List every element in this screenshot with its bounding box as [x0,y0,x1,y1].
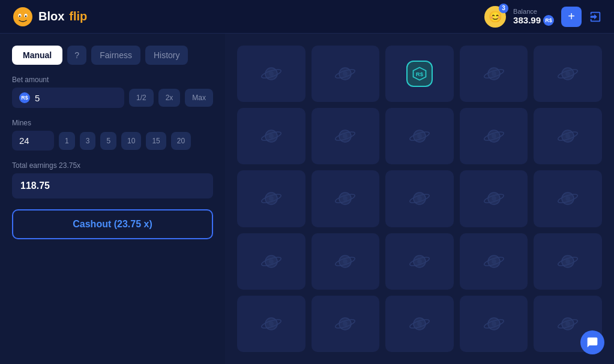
unrevealed-icon [333,124,358,149]
unrevealed-icon [259,186,284,211]
grid-cell[interactable] [534,108,602,164]
grid-cell[interactable] [385,296,454,352]
grid-cell[interactable] [312,46,380,102]
tab-history[interactable]: History [145,46,188,65]
cashout-button[interactable]: Cashout (23.75 x) [12,209,213,239]
svg-point-66 [269,321,274,326]
grid-cell[interactable] [385,233,454,290]
bet-max-button[interactable]: Max [185,89,213,107]
svg-point-15 [492,71,496,76]
svg-point-72 [417,321,422,326]
balance-block: Balance 383.99 R$ [513,8,554,26]
svg-point-51 [269,259,274,264]
unrevealed-icon [407,186,432,211]
svg-point-10 [343,71,348,76]
game-area: R$ [225,34,614,364]
logo-flip-text: flip [69,10,87,23]
bet-half-button[interactable]: 1/2 [129,89,154,107]
earnings-value: 118.75 [12,173,213,198]
grid-cell[interactable] [534,233,602,290]
unrevealed-icon [259,311,284,336]
grid-cell[interactable] [312,108,380,164]
svg-point-21 [269,134,274,139]
unrevealed-icon [259,124,284,149]
login-button[interactable] [589,10,602,23]
grid-cell[interactable] [312,233,380,290]
svg-point-0 [13,7,32,26]
mines-preset-15[interactable]: 15 [146,132,166,150]
unrevealed-icon [481,186,507,211]
svg-point-39 [343,196,348,201]
grid-cell[interactable] [312,170,380,227]
grid-cell[interactable] [237,108,305,164]
svg-point-30 [492,134,496,139]
grid-cell[interactable] [385,170,454,227]
unrevealed-icon [481,311,507,336]
unrevealed-icon [481,61,507,86]
tab-help[interactable]: ? [67,46,86,65]
unrevealed-icon [555,186,580,211]
grid-cell[interactable] [237,46,305,102]
bet-input-row: R$ 1/2 2x Max [12,88,213,108]
unrevealed-icon [333,311,358,336]
svg-point-48 [565,196,570,201]
unrevealed-icon [259,249,284,274]
svg-point-7 [269,71,274,76]
bet-input-wrap: R$ [12,88,124,108]
grid-cell[interactable] [534,170,602,227]
grid-cell[interactable] [460,46,528,102]
grid-cell[interactable] [460,296,528,352]
svg-point-45 [492,196,496,201]
grid-cell[interactable] [460,108,528,164]
balance-rs-badge: R$ [543,15,554,26]
mines-preset-20[interactable]: 20 [171,132,191,150]
grid-cell[interactable] [237,233,305,290]
chat-icon [586,336,598,348]
tab-bar: Manual ? Fairness History [12,46,213,65]
grid-cell[interactable] [237,170,305,227]
svg-point-54 [343,259,348,264]
chat-button[interactable] [580,330,604,354]
unrevealed-icon [555,124,580,149]
grid-cell[interactable] [460,233,528,290]
unrevealed-icon [333,249,358,274]
logo-blox-text: Blox [38,10,64,23]
add-balance-button[interactable]: + [561,7,582,27]
bet-section: Bet amount R$ 1/2 2x Max [12,76,213,108]
logo: Bloxflip [12,6,87,28]
gem-icon: R$ [406,61,433,87]
balance-amount: 383.99 R$ [513,15,554,26]
unrevealed-icon [481,249,507,274]
bet-double-button[interactable]: 2x [158,89,181,107]
svg-point-3 [19,15,20,17]
mines-section: Mines 1 3 5 10 15 20 [12,119,213,151]
grid-cell[interactable] [312,296,380,352]
bet-section-label: Bet amount [12,76,213,84]
grid-cell[interactable] [534,46,602,102]
svg-point-42 [417,196,422,201]
svg-point-24 [343,134,348,139]
logo-icon [12,6,34,28]
svg-point-18 [565,71,570,76]
unrevealed-icon [407,124,432,149]
unrevealed-icon [555,249,580,274]
tab-fairness[interactable]: Fairness [91,46,140,65]
left-panel: Manual ? Fairness History Bet amount R$ … [0,34,225,364]
bet-amount-input[interactable] [35,93,71,103]
grid-cell[interactable] [460,170,528,227]
grid-cell[interactable]: R$ [385,46,454,102]
mines-preset-10[interactable]: 10 [121,132,141,150]
mines-preset-5[interactable]: 5 [100,132,116,150]
avatar-badge: 3 [499,4,508,13]
grid-cell[interactable] [237,296,305,352]
tab-manual[interactable]: Manual [12,46,62,65]
grid-cell[interactable] [385,108,454,164]
svg-point-75 [492,321,496,326]
mines-preset-3[interactable]: 3 [80,132,96,150]
unrevealed-icon [407,249,432,274]
avatar-wrap[interactable]: 😊 3 [484,6,506,28]
mines-count-input[interactable] [19,136,47,146]
unrevealed-icon [555,61,580,86]
mines-preset-1[interactable]: 1 [59,132,75,150]
svg-text:R$: R$ [416,71,424,77]
